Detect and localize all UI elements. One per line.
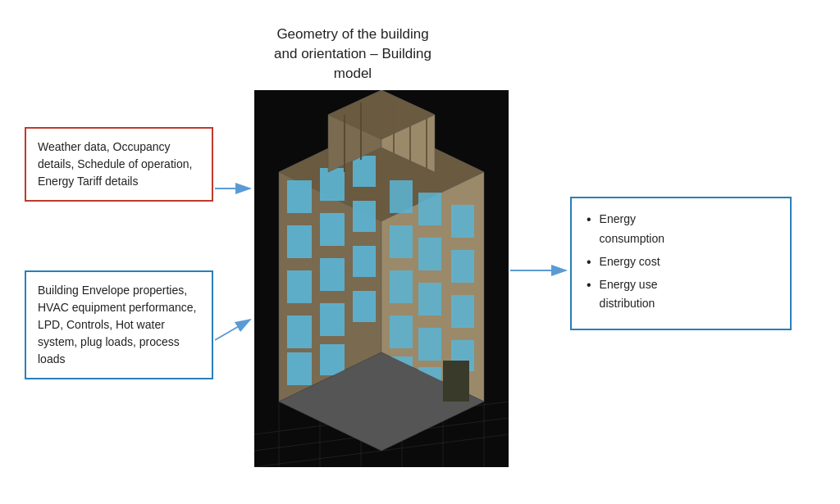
svg-rect-13 bbox=[287, 180, 312, 213]
arrow-box2-to-building bbox=[215, 320, 250, 340]
building-image bbox=[254, 90, 509, 467]
svg-rect-34 bbox=[418, 283, 441, 316]
svg-rect-16 bbox=[287, 225, 312, 258]
output-list-item-2: Energy cost bbox=[587, 252, 775, 272]
svg-rect-15 bbox=[353, 156, 376, 187]
svg-rect-24 bbox=[353, 291, 376, 322]
output-list-item-3: Energy usedistribution bbox=[587, 275, 775, 315]
title-line2: and orientation – Building bbox=[274, 46, 431, 61]
svg-rect-31 bbox=[418, 238, 441, 270]
left-input-box-1-text: Weather data, Occupancy details, Schedul… bbox=[38, 140, 192, 188]
svg-rect-17 bbox=[320, 213, 345, 246]
svg-rect-30 bbox=[390, 225, 413, 258]
left-input-box-2-text: Building Envelope properties, HVAC equip… bbox=[38, 284, 197, 366]
title-line3: model bbox=[334, 66, 372, 81]
right-output-box: Energyconsumption Energy cost Energy use… bbox=[570, 197, 792, 330]
output-list-item-1: Energyconsumption bbox=[587, 210, 775, 249]
building-svg bbox=[254, 90, 509, 467]
svg-rect-14 bbox=[320, 168, 345, 201]
svg-rect-27 bbox=[390, 180, 413, 213]
svg-rect-28 bbox=[418, 193, 441, 225]
svg-rect-37 bbox=[418, 328, 441, 361]
title-line1: Geometry of the building bbox=[276, 26, 428, 42]
svg-rect-35 bbox=[451, 295, 474, 328]
svg-rect-50 bbox=[443, 361, 469, 402]
building-title: Geometry of the building and orientation… bbox=[238, 25, 468, 83]
svg-rect-20 bbox=[320, 258, 345, 291]
left-input-box-2: Building Envelope properties, HVAC equip… bbox=[25, 270, 213, 379]
svg-rect-33 bbox=[390, 270, 413, 303]
svg-rect-26 bbox=[320, 344, 345, 375]
diagram-container: Geometry of the building and orientation… bbox=[0, 0, 840, 504]
svg-rect-25 bbox=[287, 352, 312, 385]
svg-rect-18 bbox=[353, 201, 376, 232]
output-list: Energyconsumption Energy cost Energy use… bbox=[587, 210, 775, 314]
svg-rect-23 bbox=[320, 303, 345, 336]
svg-rect-19 bbox=[287, 270, 312, 303]
svg-rect-22 bbox=[287, 316, 312, 348]
svg-rect-32 bbox=[451, 250, 474, 283]
svg-rect-21 bbox=[353, 246, 376, 277]
left-input-box-1: Weather data, Occupancy details, Schedul… bbox=[25, 127, 213, 202]
svg-rect-36 bbox=[390, 316, 413, 348]
svg-rect-29 bbox=[451, 205, 474, 238]
